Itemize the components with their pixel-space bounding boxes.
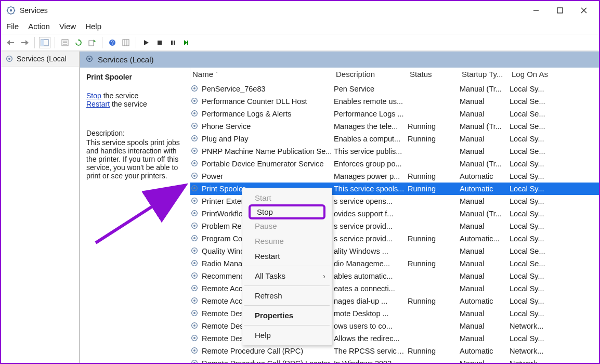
nav-item-services-local[interactable]: Services (Local — [1, 51, 79, 67]
svg-point-63 — [193, 212, 195, 214]
menu-view[interactable]: View — [59, 22, 76, 31]
service-description: s service provid... — [334, 235, 408, 243]
svg-point-67 — [193, 237, 195, 239]
column-header-logon[interactable]: Log On As — [510, 70, 556, 79]
split-area: Print Spooler Stop the service Restart t… — [80, 68, 599, 363]
column-header-description[interactable]: Description — [334, 70, 408, 79]
menu-file[interactable]: File — [6, 22, 19, 31]
context-menu-stop[interactable]: Stop — [249, 204, 325, 219]
export-button[interactable] — [86, 37, 98, 48]
svg-point-55 — [193, 162, 195, 164]
pause-service-button[interactable] — [167, 37, 179, 48]
properties-button[interactable] — [59, 37, 71, 48]
context-menu-properties[interactable]: Properties — [243, 308, 331, 323]
service-row[interactable]: Remote Procedure Call (RPC)The RPCSS ser… — [190, 345, 599, 357]
svg-point-57 — [193, 175, 195, 177]
navigation-pane: Services (Local — [1, 51, 80, 363]
service-description: Enables remote us... — [334, 97, 408, 106]
service-description: Performance Logs ... — [334, 110, 408, 118]
svg-rect-29 — [123, 40, 129, 46]
context-menu-start: Start — [243, 190, 331, 205]
svg-point-71 — [193, 262, 195, 264]
selected-service-name: Print Spooler — [86, 73, 184, 81]
service-logon: Local Sy... — [510, 160, 556, 168]
context-menu-all-tasks[interactable]: All Tasks — [243, 268, 331, 283]
service-logon: Local Sy... — [510, 334, 556, 343]
close-button[interactable] — [572, 2, 596, 19]
service-startup: Manual (Tr... — [460, 122, 510, 131]
maximize-button[interactable] — [548, 2, 572, 19]
context-menu-refresh[interactable]: Refresh — [243, 288, 331, 303]
gear-icon — [190, 134, 199, 144]
gear-icon — [190, 271, 199, 281]
help-button[interactable]: ? — [107, 37, 118, 48]
description-label: Description: — [86, 129, 184, 137]
service-description: s service provid... — [334, 222, 408, 230]
minimize-button[interactable] — [524, 2, 548, 19]
service-row[interactable]: Phone ServiceManages the tele...RunningM… — [190, 120, 599, 133]
restart-service-button[interactable] — [181, 37, 192, 48]
detail-pane-toggle[interactable] — [39, 37, 50, 48]
svg-point-85 — [193, 349, 195, 352]
service-description: Allows the redirec... — [334, 334, 408, 343]
service-row[interactable]: Portable Device Enumerator ServiceEnforc… — [190, 158, 599, 170]
menu-action[interactable]: Action — [28, 22, 50, 31]
service-row[interactable]: Performance Logs & AlertsPerformance Log… — [190, 108, 599, 120]
service-row[interactable]: Plug and PlayEnables a comput...RunningM… — [190, 133, 599, 145]
service-description: ables automatic... — [334, 272, 408, 280]
gear-icon — [190, 346, 199, 356]
svg-marker-26 — [94, 40, 96, 42]
svg-point-1 — [10, 9, 12, 12]
svg-rect-34 — [171, 41, 173, 45]
svg-point-69 — [193, 250, 195, 252]
services-window: Services File Action View Help ? — [0, 0, 600, 364]
context-menu-help[interactable]: Help — [243, 328, 331, 343]
service-row[interactable]: Remote Procedure Call (RPC) LocatorIn Wi… — [190, 357, 599, 363]
stop-service-button[interactable] — [154, 37, 165, 48]
service-logon: Local Se... — [510, 110, 556, 118]
service-logon: Local Sy... — [510, 272, 556, 280]
service-row[interactable]: PenService_76e83Pen ServiceManual (Tr...… — [190, 83, 599, 95]
service-startup: Manual — [460, 222, 510, 230]
svg-point-51 — [193, 137, 195, 139]
svg-point-73 — [193, 275, 195, 277]
context-menu-restart[interactable]: Restart — [243, 249, 331, 264]
forward-button[interactable] — [19, 37, 30, 48]
context-menu-resume: Resume — [243, 233, 331, 249]
column-header-name[interactable]: Name ˄ — [190, 70, 334, 79]
restart-service-link-line: Restart the service — [86, 100, 184, 108]
menu-help[interactable]: Help — [85, 22, 101, 31]
sort-asc-icon: ˄ — [215, 71, 218, 77]
columns-button[interactable] — [120, 37, 132, 48]
column-headers: Name ˄ Description Status Startup Ty... … — [190, 68, 599, 83]
separator — [34, 37, 35, 48]
gear-icon — [190, 321, 199, 331]
service-row[interactable]: PNRP Machine Name Publication Se...This … — [190, 145, 599, 158]
restart-service-link[interactable]: Restart — [86, 100, 110, 108]
start-service-button[interactable] — [140, 37, 152, 48]
svg-point-45 — [193, 100, 195, 102]
column-header-status[interactable]: Status — [408, 70, 460, 79]
svg-rect-15 — [10, 42, 14, 43]
stop-service-link[interactable]: Stop — [86, 92, 101, 100]
svg-rect-19 — [41, 40, 44, 46]
service-startup: Manual (Tr... — [460, 210, 510, 218]
service-row[interactable]: PowerManages power p...RunningAutomaticL… — [190, 170, 599, 183]
refresh-button[interactable] — [73, 37, 84, 48]
service-startup: Manual — [460, 272, 510, 280]
service-logon: Local Sy... — [510, 284, 556, 293]
service-startup: Automatic — [460, 297, 510, 305]
service-startup: Manual — [460, 110, 510, 118]
column-header-startup[interactable]: Startup Ty... — [460, 70, 510, 79]
service-startup: Manual — [460, 97, 510, 106]
service-startup: Manual — [460, 147, 510, 155]
svg-marker-36 — [184, 40, 187, 45]
toolbar: ? — [1, 34, 599, 51]
crumb-bar: Services (Local) — [80, 51, 599, 68]
service-description: eates a connecti... — [334, 284, 408, 293]
service-description: Enforces group po... — [334, 160, 408, 168]
back-button[interactable] — [5, 37, 17, 48]
separator — [244, 266, 330, 266]
service-row[interactable]: Performance Counter DLL HostEnables remo… — [190, 95, 599, 108]
svg-rect-11 — [557, 8, 563, 13]
